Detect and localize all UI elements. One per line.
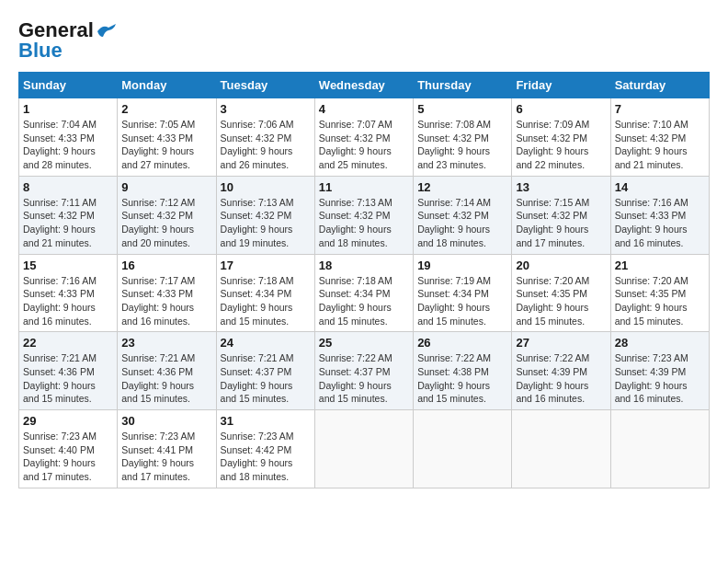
logo-blue: Blue — [18, 39, 63, 63]
calendar-day-cell — [414, 410, 512, 488]
calendar-day-cell — [610, 410, 709, 488]
day-info: Sunrise: 7:22 AM Sunset: 4:37 PM Dayligh… — [319, 351, 409, 406]
calendar-day-cell: 30 Sunrise: 7:23 AM Sunset: 4:41 PM Dayl… — [118, 410, 216, 488]
logo: General Blue — [18, 18, 116, 63]
calendar-table: SundayMondayTuesdayWednesdayThursdayFrid… — [18, 72, 710, 488]
calendar-day-cell: 21 Sunrise: 7:20 AM Sunset: 4:35 PM Dayl… — [610, 254, 709, 332]
day-number: 7 — [615, 102, 705, 116]
day-number: 6 — [516, 102, 606, 116]
calendar-day-cell: 26 Sunrise: 7:22 AM Sunset: 4:38 PM Dayl… — [414, 332, 512, 410]
day-info: Sunrise: 7:21 AM Sunset: 4:37 PM Dayligh… — [221, 351, 311, 406]
day-info: Sunrise: 7:07 AM Sunset: 4:32 PM Dayligh… — [319, 118, 409, 172]
calendar-day-cell: 14 Sunrise: 7:16 AM Sunset: 4:33 PM Dayl… — [610, 176, 709, 254]
day-info: Sunrise: 7:19 AM Sunset: 4:34 PM Dayligh… — [417, 274, 507, 328]
day-info: Sunrise: 7:23 AM Sunset: 4:42 PM Dayligh… — [221, 430, 311, 484]
calendar-day-cell: 24 Sunrise: 7:21 AM Sunset: 4:37 PM Dayl… — [216, 332, 314, 410]
day-number: 19 — [417, 259, 507, 272]
day-number: 16 — [121, 259, 211, 272]
day-number: 9 — [121, 180, 211, 194]
day-info: Sunrise: 7:20 AM Sunset: 4:35 PM Dayligh… — [615, 274, 705, 328]
day-info: Sunrise: 7:20 AM Sunset: 4:35 PM Dayligh… — [516, 274, 606, 328]
day-info: Sunrise: 7:21 AM Sunset: 4:36 PM Dayligh… — [121, 351, 211, 406]
day-number: 12 — [417, 180, 507, 194]
calendar-day-cell: 29 Sunrise: 7:23 AM Sunset: 4:40 PM Dayl… — [19, 410, 118, 488]
day-number: 31 — [221, 414, 311, 428]
calendar-weekday-header: Sunday — [19, 73, 118, 98]
calendar-day-cell: 23 Sunrise: 7:21 AM Sunset: 4:36 PM Dayl… — [118, 332, 216, 410]
day-number: 4 — [319, 102, 409, 116]
day-info: Sunrise: 7:23 AM Sunset: 4:40 PM Dayligh… — [23, 430, 113, 484]
calendar-weekday-header: Friday — [512, 73, 610, 98]
day-number: 3 — [221, 102, 311, 116]
page-header: General Blue — [18, 18, 710, 63]
day-number: 11 — [319, 180, 409, 194]
day-number: 21 — [615, 259, 705, 272]
calendar-week-row: 1 Sunrise: 7:04 AM Sunset: 4:33 PM Dayli… — [19, 98, 710, 177]
calendar-day-cell: 1 Sunrise: 7:04 AM Sunset: 4:33 PM Dayli… — [19, 98, 118, 177]
calendar-week-row: 22 Sunrise: 7:21 AM Sunset: 4:36 PM Dayl… — [19, 332, 710, 410]
calendar-weekday-header: Monday — [118, 73, 216, 98]
calendar-day-cell: 2 Sunrise: 7:05 AM Sunset: 4:33 PM Dayli… — [118, 98, 216, 177]
day-info: Sunrise: 7:12 AM Sunset: 4:32 PM Dayligh… — [121, 196, 211, 250]
calendar-week-row: 15 Sunrise: 7:16 AM Sunset: 4:33 PM Dayl… — [19, 254, 710, 332]
day-number: 14 — [615, 180, 705, 194]
calendar-day-cell: 8 Sunrise: 7:11 AM Sunset: 4:32 PM Dayli… — [19, 176, 118, 254]
calendar-week-row: 29 Sunrise: 7:23 AM Sunset: 4:40 PM Dayl… — [19, 410, 710, 488]
day-info: Sunrise: 7:06 AM Sunset: 4:32 PM Dayligh… — [221, 118, 311, 172]
day-info: Sunrise: 7:11 AM Sunset: 4:32 PM Dayligh… — [23, 196, 113, 250]
day-number: 30 — [121, 414, 211, 428]
calendar-weekday-header: Wednesday — [314, 73, 413, 98]
calendar-day-cell: 13 Sunrise: 7:15 AM Sunset: 4:32 PM Dayl… — [512, 176, 610, 254]
calendar-day-cell: 7 Sunrise: 7:10 AM Sunset: 4:32 PM Dayli… — [610, 98, 709, 177]
calendar-day-cell: 28 Sunrise: 7:23 AM Sunset: 4:39 PM Dayl… — [610, 332, 709, 410]
day-number: 17 — [221, 259, 311, 272]
calendar-week-row: 8 Sunrise: 7:11 AM Sunset: 4:32 PM Dayli… — [19, 176, 710, 254]
calendar-day-cell: 9 Sunrise: 7:12 AM Sunset: 4:32 PM Dayli… — [118, 176, 216, 254]
day-number: 8 — [23, 180, 113, 194]
day-info: Sunrise: 7:18 AM Sunset: 4:34 PM Dayligh… — [319, 274, 409, 328]
logo-bird-icon — [96, 24, 116, 39]
calendar-day-cell: 5 Sunrise: 7:08 AM Sunset: 4:32 PM Dayli… — [414, 98, 512, 177]
calendar-day-cell: 6 Sunrise: 7:09 AM Sunset: 4:32 PM Dayli… — [512, 98, 610, 177]
calendar-day-cell: 19 Sunrise: 7:19 AM Sunset: 4:34 PM Dayl… — [414, 254, 512, 332]
day-number: 20 — [516, 259, 606, 272]
calendar-day-cell — [314, 410, 413, 488]
day-info: Sunrise: 7:16 AM Sunset: 4:33 PM Dayligh… — [23, 274, 113, 328]
day-info: Sunrise: 7:05 AM Sunset: 4:33 PM Dayligh… — [121, 118, 211, 172]
calendar-day-cell: 4 Sunrise: 7:07 AM Sunset: 4:32 PM Dayli… — [314, 98, 413, 177]
day-number: 2 — [121, 102, 211, 116]
calendar-day-cell: 12 Sunrise: 7:14 AM Sunset: 4:32 PM Dayl… — [414, 176, 512, 254]
calendar-weekday-header: Thursday — [414, 73, 512, 98]
day-info: Sunrise: 7:18 AM Sunset: 4:34 PM Dayligh… — [221, 274, 311, 328]
day-info: Sunrise: 7:22 AM Sunset: 4:39 PM Dayligh… — [516, 351, 606, 406]
day-info: Sunrise: 7:04 AM Sunset: 4:33 PM Dayligh… — [23, 118, 113, 172]
day-info: Sunrise: 7:14 AM Sunset: 4:32 PM Dayligh… — [417, 196, 507, 250]
calendar-day-cell: 17 Sunrise: 7:18 AM Sunset: 4:34 PM Dayl… — [216, 254, 314, 332]
calendar-day-cell: 10 Sunrise: 7:13 AM Sunset: 4:32 PM Dayl… — [216, 176, 314, 254]
day-info: Sunrise: 7:10 AM Sunset: 4:32 PM Dayligh… — [615, 118, 705, 172]
calendar-day-cell: 16 Sunrise: 7:17 AM Sunset: 4:33 PM Dayl… — [118, 254, 216, 332]
day-info: Sunrise: 7:16 AM Sunset: 4:33 PM Dayligh… — [615, 196, 705, 250]
day-number: 10 — [221, 180, 311, 194]
calendar-day-cell: 11 Sunrise: 7:13 AM Sunset: 4:32 PM Dayl… — [314, 176, 413, 254]
calendar-day-cell: 15 Sunrise: 7:16 AM Sunset: 4:33 PM Dayl… — [19, 254, 118, 332]
day-info: Sunrise: 7:08 AM Sunset: 4:32 PM Dayligh… — [417, 118, 507, 172]
calendar-weekday-header: Tuesday — [216, 73, 314, 98]
day-info: Sunrise: 7:21 AM Sunset: 4:36 PM Dayligh… — [23, 351, 113, 406]
day-number: 27 — [516, 336, 606, 350]
calendar-day-cell: 3 Sunrise: 7:06 AM Sunset: 4:32 PM Dayli… — [216, 98, 314, 177]
calendar-day-cell: 27 Sunrise: 7:22 AM Sunset: 4:39 PM Dayl… — [512, 332, 610, 410]
day-number: 1 — [23, 102, 113, 116]
day-number: 13 — [516, 180, 606, 194]
calendar-day-cell: 22 Sunrise: 7:21 AM Sunset: 4:36 PM Dayl… — [19, 332, 118, 410]
day-number: 29 — [23, 414, 113, 428]
calendar-day-cell: 25 Sunrise: 7:22 AM Sunset: 4:37 PM Dayl… — [314, 332, 413, 410]
day-number: 23 — [121, 336, 211, 350]
day-info: Sunrise: 7:13 AM Sunset: 4:32 PM Dayligh… — [319, 196, 409, 250]
calendar-day-cell: 20 Sunrise: 7:20 AM Sunset: 4:35 PM Dayl… — [512, 254, 610, 332]
day-number: 25 — [319, 336, 409, 350]
day-info: Sunrise: 7:09 AM Sunset: 4:32 PM Dayligh… — [516, 118, 606, 172]
calendar-day-cell: 18 Sunrise: 7:18 AM Sunset: 4:34 PM Dayl… — [314, 254, 413, 332]
calendar-day-cell — [512, 410, 610, 488]
day-info: Sunrise: 7:22 AM Sunset: 4:38 PM Dayligh… — [417, 351, 507, 406]
